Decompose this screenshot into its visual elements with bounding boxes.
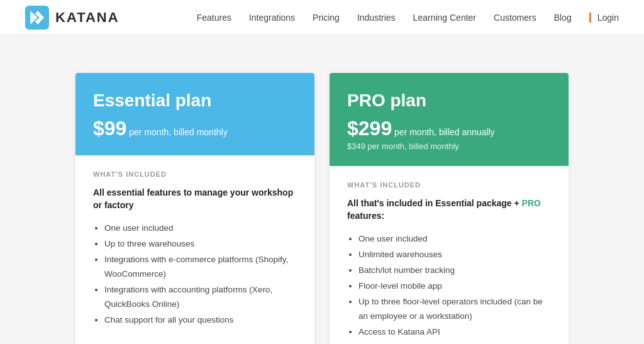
pro-price-period: per month, billed annually [394,127,495,137]
essential-plan-body: WHAT'S INCLUDED All essential features t… [75,155,314,344]
list-item: One user included [104,221,297,236]
nav-link-pricing[interactable]: Pricing [313,13,340,23]
nav-link-customers[interactable]: Customers [494,13,536,23]
pro-plan-name: PRO plan [347,91,551,111]
pro-subtitle: All that's included in Essential package… [347,197,551,222]
nav-link-features[interactable]: Features [197,13,231,23]
pro-alt-price: $349 per month, billed monthly [347,141,551,151]
essential-price-period: per month, billed monthly [129,127,227,137]
essential-price-amount: $99 [93,117,126,140]
login-link[interactable]: Login [589,13,619,23]
essential-plan-header: Essential plan $99 per month, billed mon… [75,73,314,155]
pro-subtitle-pro: PRO [522,198,541,208]
essential-plan-card: Essential plan $99 per month, billed mon… [75,73,314,344]
pro-whats-included: WHAT'S INCLUDED [347,181,551,189]
essential-whats-included: WHAT'S INCLUDED [93,170,297,178]
nav-link-integrations[interactable]: Integrations [249,13,295,23]
nav-link-learning-center[interactable]: Learning Center [413,13,476,23]
list-item: Unlimited warehouses [358,248,551,262]
logo-text: KATANA [55,9,119,26]
katana-logo-icon [25,6,49,30]
nav-link-industries[interactable]: Industries [357,13,396,23]
list-item: Integrations with e-commerce platforms (… [104,253,297,282]
list-item: Chat support for all your questions [104,313,297,328]
pricing-section: Essential plan $99 per month, billed mon… [0,35,644,344]
nav-links-list: FeaturesIntegrationsPricingIndustriesLea… [197,12,572,23]
list-item: Access to Katana API [358,325,551,340]
pro-subtitle-before: All that's included in Essential package… [347,198,522,208]
essential-plan-name: Essential plan [93,91,297,111]
pro-features-list: One user includedUnlimited warehousesBat… [347,232,551,340]
list-item: One user included [358,232,551,247]
logo-link[interactable]: KATANA [25,6,119,30]
list-item: Integrations with accounting platforms (… [104,283,297,312]
pro-plan-body: WHAT'S INCLUDED All that's included in E… [330,166,569,344]
pro-plan-price: $299 per month, billed annually $349 per… [347,117,551,151]
list-item: Up to three warehouses [104,237,297,252]
essential-subtitle: All essential features to manage your wo… [93,187,297,211]
main-nav: KATANA FeaturesIntegrationsPricingIndust… [0,0,644,35]
essential-plan-price: $99 per month, billed monthly [93,117,297,140]
pro-plan-card: PRO plan $299 per month, billed annually… [330,73,569,344]
pro-subtitle-after: features: [347,211,384,221]
list-item: Batch/lot number tracking [358,264,551,278]
pro-price-amount: $299 [347,117,392,140]
pro-plan-header: PRO plan $299 per month, billed annually… [330,73,569,166]
list-item: Floor-level mobile app [358,279,551,294]
list-item: Up to three floor-level operators includ… [358,295,551,324]
nav-link-blog[interactable]: Blog [554,13,572,23]
essential-features-list: One user includedUp to three warehousesI… [93,221,297,328]
